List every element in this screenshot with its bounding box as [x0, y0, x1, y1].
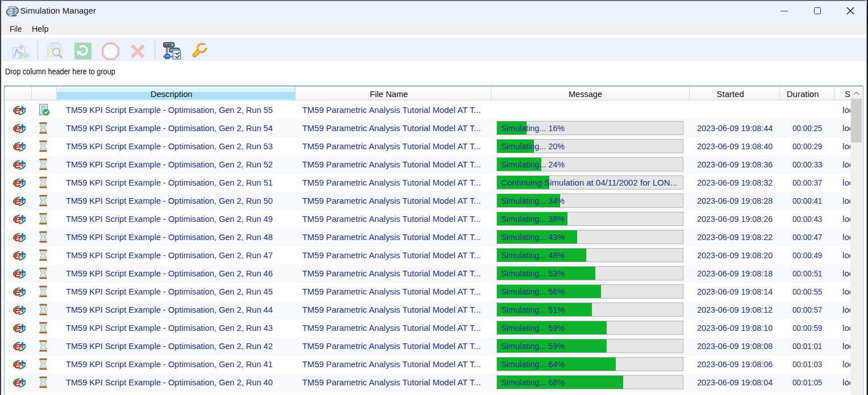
svg-text:e: e	[19, 42, 24, 51]
